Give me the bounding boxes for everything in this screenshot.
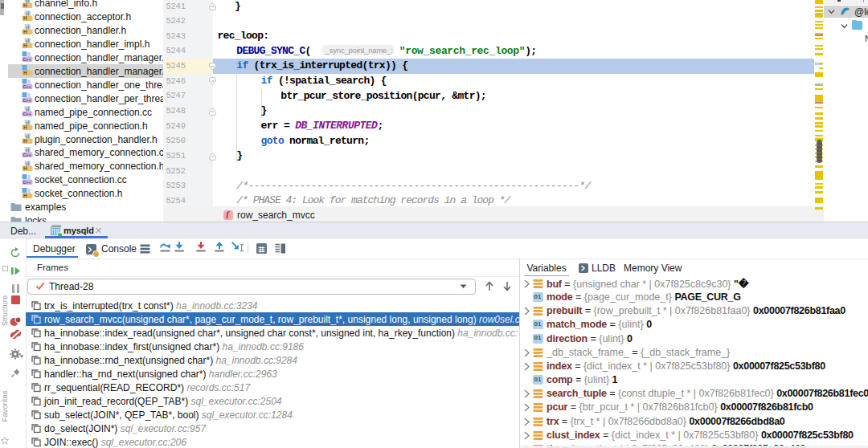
svg-text:H: H [23, 165, 27, 171]
svg-text:C++: C++ [23, 57, 31, 62]
svg-text:H: H [23, 29, 27, 35]
svg-text:C++: C++ [23, 153, 31, 157]
svg-text:H: H [23, 70, 27, 75]
svg-text:C++: C++ [23, 98, 31, 103]
svg-text:H: H [23, 138, 27, 144]
svg-text:H: H [23, 124, 27, 130]
svg-text:C++: C++ [23, 112, 31, 116]
svg-text:H: H [23, 15, 27, 21]
svg-text:C++: C++ [23, 84, 31, 89]
svg-text:H: H [23, 2, 27, 8]
svg-text:H: H [23, 43, 27, 48]
svg-text:H: H [23, 193, 27, 198]
svg-text:C++: C++ [23, 180, 31, 185]
